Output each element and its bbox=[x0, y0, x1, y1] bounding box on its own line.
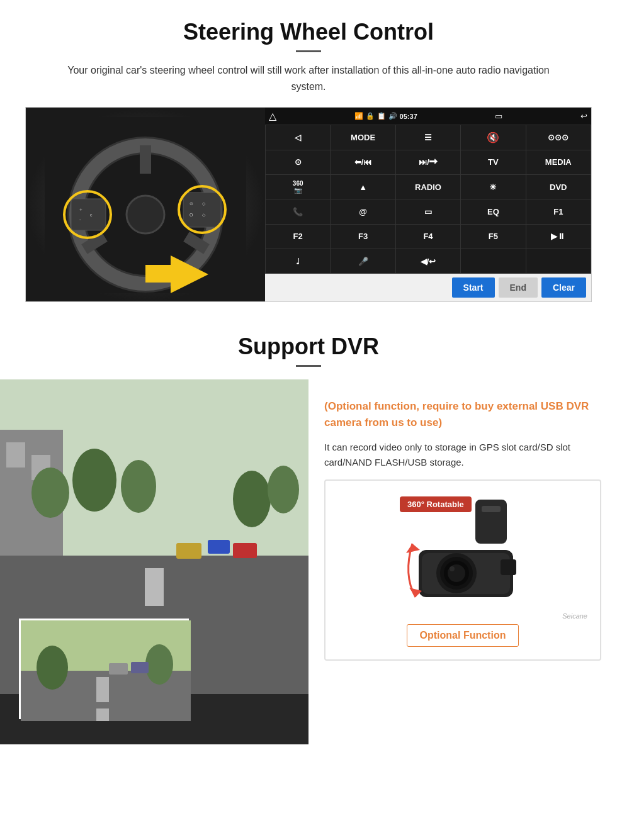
android-btn-mute[interactable]: 🔇 bbox=[461, 125, 525, 149]
start-button[interactable]: Start bbox=[452, 277, 495, 298]
dvr-inset-svg bbox=[21, 620, 191, 721]
android-btn-dvd[interactable]: DVD bbox=[526, 175, 591, 199]
android-btn-back2[interactable]: ◀/↩ bbox=[396, 249, 460, 273]
svg-rect-11 bbox=[183, 193, 221, 227]
svg-rect-54 bbox=[501, 559, 516, 575]
svg-rect-31 bbox=[176, 543, 201, 559]
dvr-title-underline bbox=[296, 365, 321, 367]
svg-point-6 bbox=[127, 196, 164, 233]
android-btn-playpause[interactable]: ▶⏸ bbox=[526, 225, 591, 249]
svg-point-34 bbox=[233, 471, 271, 527]
dvr-optional-text: (Optional function, require to buy exter… bbox=[324, 398, 601, 430]
android-btn-f4[interactable]: F4 bbox=[396, 225, 460, 249]
svg-rect-19 bbox=[145, 265, 174, 283]
svg-point-25 bbox=[72, 449, 116, 512]
android-btn-media[interactable]: MEDIA bbox=[526, 150, 591, 174]
swc-subtitle: Your original car's steering wheel contr… bbox=[50, 62, 567, 94]
android-btn-mode[interactable]: MODE bbox=[331, 125, 395, 149]
svg-point-35 bbox=[268, 466, 299, 513]
dvr-title: Support DVR bbox=[25, 333, 592, 360]
svg-text:⊙: ⊙ bbox=[190, 201, 193, 206]
swc-title-underline bbox=[296, 50, 321, 52]
android-btn-empty1 bbox=[461, 249, 525, 273]
android-btn-mic[interactable]: 🎤 bbox=[331, 249, 395, 273]
status-icons: 📶 🔒 📋 🔊 05:37 bbox=[354, 112, 417, 120]
android-btn-f5[interactable]: F5 bbox=[461, 225, 525, 249]
android-btn-f3[interactable]: F3 bbox=[331, 225, 395, 249]
optional-function-label: Optional Function bbox=[407, 624, 519, 647]
android-button-grid: ◁ MODE ☰ 🔇 ⊙⊙⊙ ⊙ ⬅/⏮ ⏭/➡ TV MEDIA 360📷 ▲… bbox=[265, 125, 591, 274]
android-ui-panel: △ 📶 🔒 📋 🔊 05:37 ▭ ↩ ◁ MODE ☰ 🔇 ⊙⊙⊙ bbox=[265, 108, 591, 301]
svg-point-24 bbox=[31, 468, 69, 518]
android-btn-radio[interactable]: RADIO bbox=[396, 175, 460, 199]
svg-rect-32 bbox=[208, 540, 230, 554]
android-btn-eq[interactable]: EQ bbox=[461, 199, 525, 223]
android-btn-menu[interactable]: ☰ bbox=[396, 125, 460, 149]
rotatable-badge: 360° Rotatable bbox=[400, 496, 472, 512]
svg-marker-55 bbox=[406, 544, 420, 553]
svg-rect-7 bbox=[71, 199, 106, 230]
recent-icon[interactable]: ▭ bbox=[495, 111, 502, 121]
sim-icon: 📋 bbox=[377, 112, 386, 120]
dvr-inset-photo bbox=[19, 619, 189, 719]
svg-point-26 bbox=[121, 460, 156, 513]
dvr-title-area: Support DVR bbox=[0, 315, 617, 379]
android-btn-f1[interactable]: F1 bbox=[526, 199, 591, 223]
android-nav-bar: △ 📶 🔒 📋 🔊 05:37 ▭ ↩ bbox=[265, 108, 591, 125]
dvr-dashcam-photo bbox=[0, 379, 308, 744]
svg-rect-40 bbox=[96, 708, 109, 721]
svg-rect-28 bbox=[145, 568, 164, 606]
wifi-icon: 📶 bbox=[354, 112, 363, 120]
svg-text:O: O bbox=[190, 213, 193, 217]
steering-wheel-graphic: + - c ⊙ ◇ O ◇ bbox=[45, 117, 246, 293]
home-icon[interactable]: △ bbox=[269, 110, 276, 122]
svg-point-41 bbox=[37, 646, 68, 690]
android-btn-empty2 bbox=[526, 249, 591, 273]
back-icon[interactable]: ↩ bbox=[580, 111, 587, 121]
android-btn-web[interactable]: @ bbox=[331, 199, 395, 223]
svg-text:-: - bbox=[79, 216, 81, 222]
swc-image-area: + - c ⊙ ◇ O ◇ bbox=[25, 107, 592, 302]
android-btn-settings[interactable]: ⊙ bbox=[266, 150, 330, 174]
dvr-main-photo-bg bbox=[0, 379, 308, 744]
android-btn-eject[interactable]: ▲ bbox=[331, 175, 395, 199]
swc-steering-photo: + - c ⊙ ◇ O ◇ bbox=[26, 108, 265, 302]
dvr-camera-box: 360° Rotatable bbox=[324, 479, 601, 661]
clear-button[interactable]: Clear bbox=[541, 277, 586, 298]
lock-icon: 🔒 bbox=[366, 112, 375, 120]
optional-function-wrapper: Optional Function bbox=[338, 624, 587, 647]
svg-rect-22 bbox=[6, 442, 25, 468]
svg-point-53 bbox=[450, 566, 455, 571]
svg-rect-39 bbox=[96, 677, 109, 702]
android-btn-nav[interactable]: ◁ bbox=[266, 125, 330, 149]
android-btn-brightness[interactable]: ☀ bbox=[461, 175, 525, 199]
svg-text:c: c bbox=[90, 213, 93, 217]
svg-rect-33 bbox=[233, 543, 257, 558]
svg-text:+: + bbox=[79, 207, 82, 213]
end-button[interactable]: End bbox=[499, 277, 538, 298]
svg-rect-46 bbox=[482, 506, 501, 512]
dvr-camera-visual: 360° Rotatable bbox=[393, 493, 532, 619]
svg-rect-43 bbox=[109, 663, 128, 675]
android-btn-f2[interactable]: F2 bbox=[266, 225, 330, 249]
android-btn-prev[interactable]: ⬅/⏮ bbox=[331, 150, 395, 174]
clock-display: 05:37 bbox=[400, 113, 417, 120]
android-btn-360[interactable]: 360📷 bbox=[266, 175, 330, 199]
svg-rect-44 bbox=[131, 662, 149, 673]
android-btn-dots[interactable]: ⊙⊙⊙ bbox=[526, 125, 591, 149]
dvr-desc-text: It can record video only to storage in G… bbox=[324, 440, 601, 470]
volume-icon: 🔊 bbox=[388, 112, 397, 120]
android-btn-screen[interactable]: ▭ bbox=[396, 199, 460, 223]
android-btn-tv[interactable]: TV bbox=[461, 150, 525, 174]
bottom-controls-bar: Start End Clear bbox=[265, 274, 591, 301]
android-btn-phone[interactable]: 📞 bbox=[266, 199, 330, 223]
dvr-info-panel: (Optional function, require to buy exter… bbox=[308, 379, 617, 744]
svg-point-42 bbox=[145, 644, 173, 685]
dvr-content-area: (Optional function, require to buy exter… bbox=[0, 379, 617, 744]
android-btn-music[interactable]: ♩ bbox=[266, 249, 330, 273]
dvr-section: Support DVR bbox=[0, 315, 617, 744]
swc-title: Steering Wheel Control bbox=[25, 19, 592, 45]
android-btn-next[interactable]: ⏭/➡ bbox=[396, 150, 460, 174]
swc-section: Steering Wheel Control Your original car… bbox=[0, 0, 617, 315]
rotatable-badge-container: 360° Rotatable bbox=[400, 496, 472, 518]
